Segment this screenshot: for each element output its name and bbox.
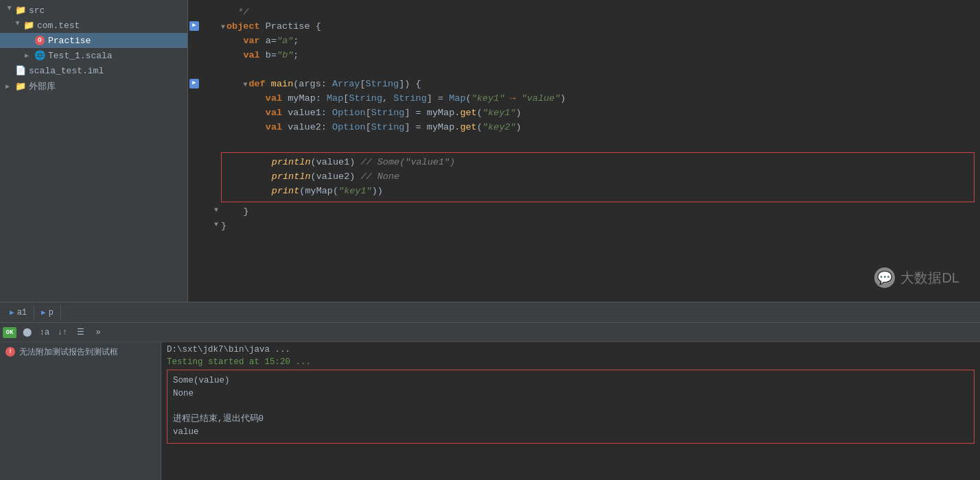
code-line: ▼ } [188, 219, 980, 234]
folder-icon: 📁 [15, 81, 26, 92]
scala-file-icon: 🌐 [34, 50, 45, 61]
expand-arrow: ▶ [25, 51, 33, 60]
run-tab-icon: ▶ [10, 308, 14, 317]
run-gutter-icon[interactable]: ▶ [189, 79, 199, 88]
more-button[interactable]: » [91, 325, 106, 340]
sidebar-label-external: 外部库 [29, 80, 56, 93]
console-info: Testing started at 15:20 ... [167, 357, 975, 367]
bottom-tabs: ▶ a1 ▶ p [0, 302, 980, 323]
sidebar-item-external-libs[interactable]: ▶ 📁 外部库 [0, 78, 187, 95]
code-line [188, 135, 980, 149]
code-text: val myMap: Map[String, String] = Map("ke… [221, 92, 975, 106]
bottom-panel: ▶ a1 ▶ p OK ⬤ ↕a ↓↑ ☰ » ! 无法附加测试报告到测试框 D… [0, 302, 980, 480]
wechat-icon: 💬 [874, 267, 895, 288]
code-text: } [221, 219, 975, 234]
code-text [221, 63, 975, 77]
code-line: ▼ } [188, 205, 980, 219]
code-text: ▼object Practise { [221, 20, 975, 34]
run-gutter-icon[interactable]: ▶ [189, 21, 199, 31]
code-text: val b="b"; [221, 49, 975, 63]
iml-icon: 📄 [15, 65, 26, 76]
output-line-1: Some(value) [173, 374, 968, 387]
code-text: */ [221, 5, 975, 20]
bottom-content: ! 无法附加测试报告到测试框 D:\sxt\jdk7\bin\java ... … [0, 342, 980, 480]
output-line-empty [173, 400, 968, 413]
code-content-area: */ ▶ ▼object Practise { var a="a"; val b… [188, 0, 980, 302]
ok-button[interactable]: OK [3, 327, 16, 338]
folder-icon: 📁 [23, 20, 34, 31]
sidebar-item-com-test[interactable]: ▶ 📁 com.test [0, 18, 187, 33]
expand-arrow: ▶ [5, 82, 14, 91]
code-line: val value1: Option[String] = myMap.get("… [188, 106, 980, 121]
folder-icon: 📁 [15, 5, 26, 16]
sidebar-label-src: src [29, 5, 45, 16]
watermark-text: 大数据DL [900, 269, 959, 287]
sidebar-label-practise: Practise [48, 36, 91, 46]
bottom-tab-a1[interactable]: ▶ a1 [3, 305, 34, 320]
highlighted-code-block: println(value1) // Some("value1") printl… [221, 152, 975, 202]
output-line-value: value [173, 426, 968, 439]
sidebar-label-iml: scala_test.iml [29, 66, 104, 76]
spacer [25, 37, 33, 45]
code-text: } [221, 205, 975, 219]
code-text: println(value2) // None [227, 170, 968, 184]
sidebar-label-com-test: com.test [37, 21, 80, 31]
code-line: println(value1) // Some("value1") [227, 156, 968, 170]
left-status-panel: ! 无法附加测试报告到测试框 [0, 342, 161, 480]
code-line: val myMap: Map[String, String] = Map("ke… [188, 92, 980, 106]
bottom-tab-p[interactable]: ▶ p [34, 305, 61, 320]
sidebar-item-practise[interactable]: O Practise [0, 33, 187, 48]
code-line: */ [188, 5, 980, 20]
bottom-tab-label-a1: a1 [17, 308, 27, 317]
code-line: println(value2) // None [227, 170, 968, 184]
code-line [188, 63, 980, 77]
align-button[interactable]: ☰ [73, 325, 88, 340]
console-output-box: Some(value) None 进程已结束,退出代码0 value [167, 370, 975, 444]
code-text: ▼def main(args: Array[String]) { [221, 77, 975, 92]
code-editor: */ ▶ ▼object Practise { var a="a"; val b… [188, 0, 980, 302]
console-command: D:\sxt\jdk7\bin\java ... [167, 345, 975, 355]
code-text: print(myMap("key1")) [227, 184, 968, 199]
error-text: 无法附加测试报告到测试框 [19, 346, 118, 358]
code-text: println(value1) // Some("value1") [227, 156, 968, 170]
code-text: val value2: Option[String] = myMap.get("… [221, 121, 975, 135]
watermark: 💬 大数据DL [874, 267, 959, 288]
output-line-exit: 进程已结束,退出代码0 [173, 413, 968, 426]
scala-obj-icon: O [34, 35, 45, 46]
sidebar-item-src[interactable]: ▶ 📁 src [0, 3, 187, 18]
circle-button[interactable]: ⬤ [19, 325, 34, 340]
file-tree: ▶ 📁 src ▶ 📁 com.test O Practise ▶ 🌐 Test… [0, 0, 188, 302]
code-line: val value2: Option[String] = myMap.get("… [188, 121, 980, 135]
sort-za-button[interactable]: ↓↑ [55, 325, 70, 340]
run-tab-icon: ▶ [41, 308, 46, 317]
bottom-toolbar: OK ⬤ ↕a ↓↑ ☰ » [0, 323, 980, 342]
code-line: var a="a"; [188, 34, 980, 49]
output-line-2: None [173, 387, 968, 400]
code-text: var a="a"; [221, 34, 975, 49]
sort-az-button[interactable]: ↕a [37, 325, 52, 340]
console-panel: D:\sxt\jdk7\bin\java ... Testing started… [161, 342, 980, 480]
code-line: val b="b"; [188, 49, 980, 63]
sidebar-label-test1: Test_1.scala [48, 51, 113, 61]
code-line: ▶ ▼object Practise { [188, 20, 980, 34]
expand-arrow: ▶ [14, 21, 22, 29]
code-line: print(myMap("key1")) [227, 184, 968, 199]
sidebar-item-test1[interactable]: ▶ 🌐 Test_1.scala [0, 48, 187, 63]
expand-arrow: ▶ [5, 6, 14, 14]
error-icon: ! [5, 347, 15, 357]
code-line: ▶ ▼def main(args: Array[String]) { [188, 77, 980, 92]
sidebar-item-iml[interactable]: 📄 scala_test.iml [0, 63, 187, 78]
code-text: val value1: Option[String] = myMap.get("… [221, 106, 975, 121]
spacer [5, 67, 14, 75]
code-text [221, 135, 975, 149]
error-message: ! 无法附加测试报告到测试框 [5, 346, 155, 358]
bottom-tab-label-p: p [49, 308, 54, 317]
